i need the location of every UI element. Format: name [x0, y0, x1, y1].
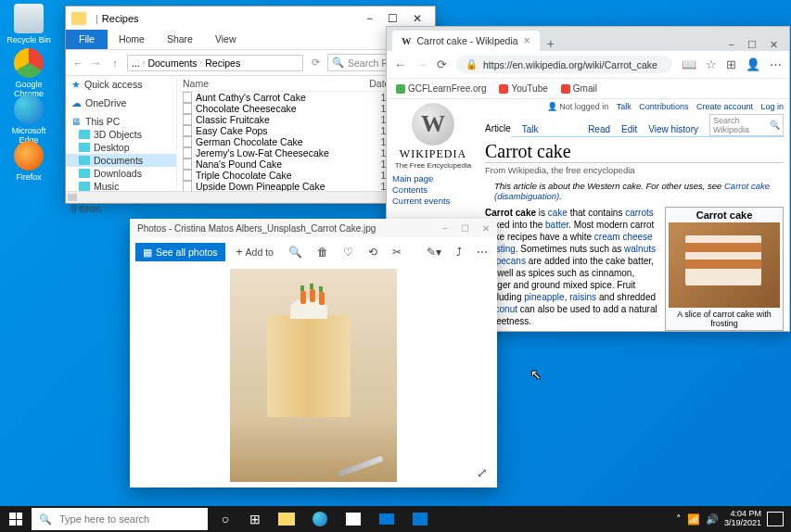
sidebar-item-desktop[interactable]: Desktop: [66, 141, 176, 154]
ribbon-tab-share[interactable]: Share: [156, 30, 204, 49]
read-aloud-icon[interactable]: 📖: [682, 57, 696, 71]
taskbar-app-edge[interactable]: [304, 506, 336, 532]
link[interactable]: walnuts: [624, 244, 656, 254]
user-talk[interactable]: Talk: [617, 102, 632, 111]
start-button[interactable]: [0, 506, 32, 532]
sidebar-item-3d[interactable]: 3D Objects: [66, 128, 176, 141]
link[interactable]: pineapple: [524, 292, 564, 302]
link[interactable]: cake: [548, 208, 568, 218]
back-button[interactable]: ←: [71, 57, 84, 69]
breadcrumb-recipes[interactable]: Recipes: [205, 57, 240, 69]
desktop-icon-edge[interactable]: Microsoft Edge: [6, 95, 52, 145]
sidebar-item-downloads[interactable]: Downloads: [66, 167, 176, 180]
minimize-button[interactable]: −: [366, 12, 373, 25]
sidebar-onedrive[interactable]: ☁OneDrive: [66, 96, 176, 109]
more-button[interactable]: ⋯: [473, 242, 491, 262]
taskbar-app-explorer[interactable]: [271, 506, 302, 532]
tab-talk[interactable]: Talk: [522, 122, 539, 136]
maximize-button[interactable]: ☐: [747, 39, 757, 51]
taskbar-app-mail[interactable]: [371, 506, 402, 532]
browser-tab[interactable]: W Carrot cake - Wikipedia ×: [392, 31, 540, 51]
breadcrumb[interactable]: ... › Documents › Recipes: [127, 55, 303, 71]
desktop-icon-recycle[interactable]: Recycle Bin: [6, 4, 52, 44]
taskbar-app-photos[interactable]: [404, 506, 436, 532]
infobox-image[interactable]: [669, 222, 780, 308]
fullscreen-button[interactable]: ⤢: [477, 465, 488, 480]
favorite-button[interactable]: ♡: [339, 242, 357, 262]
cortana-button[interactable]: ○: [211, 506, 239, 532]
taskbar-search-input[interactable]: 🔍 Type here to search: [32, 508, 208, 530]
forward-button[interactable]: →: [415, 57, 427, 71]
close-button[interactable]: ✕: [482, 223, 490, 234]
see-all-photos-button[interactable]: ▦See all photos: [135, 243, 225, 261]
close-button[interactable]: ✕: [413, 12, 422, 25]
share-button[interactable]: ⤴: [453, 242, 466, 262]
bookmark-gcf[interactable]: GCFLearnFree.org: [396, 83, 486, 94]
nav-contents[interactable]: Contents: [392, 184, 474, 195]
col-name[interactable]: Name: [183, 78, 369, 89]
link[interactable]: batter: [545, 220, 568, 230]
taskbar-app-store[interactable]: [338, 506, 369, 532]
back-button[interactable]: ←: [394, 57, 406, 71]
ribbon-tab-home[interactable]: Home: [108, 30, 156, 49]
rotate-button[interactable]: ⟲: [364, 242, 381, 262]
sidebar-item-documents[interactable]: Documents: [66, 154, 176, 167]
favorites-icon[interactable]: ☆: [706, 57, 717, 71]
breadcrumb-docs[interactable]: Documents: [147, 57, 197, 69]
new-tab-button[interactable]: +: [540, 36, 562, 51]
action-center-button[interactable]: [767, 512, 784, 526]
tray-volume-icon[interactable]: 🔊: [706, 513, 719, 526]
tab-article[interactable]: Article: [485, 121, 511, 137]
nav-main-page[interactable]: Main page: [392, 173, 474, 184]
profile-icon[interactable]: 👤: [746, 57, 760, 71]
nav-current-events[interactable]: Current events: [392, 196, 474, 206]
tab-read[interactable]: Read: [588, 122, 610, 136]
close-button[interactable]: ✕: [770, 39, 778, 51]
maximize-button[interactable]: ☐: [388, 12, 398, 25]
url-input[interactable]: 🔒 https://en.wikipedia.org/wiki/Carrot_c…: [456, 56, 672, 73]
sidebar-this-pc[interactable]: 🖥This PC: [66, 115, 176, 128]
tray-network-icon[interactable]: 📶: [687, 513, 700, 526]
collections-icon[interactable]: ⊞: [726, 57, 736, 71]
edit-button[interactable]: ✎▾: [423, 242, 445, 262]
wiki-search-input[interactable]: Search Wikipedia🔍: [709, 114, 784, 136]
user-contributions[interactable]: Contributions: [639, 102, 688, 111]
task-view-button[interactable]: ⊞: [241, 506, 269, 532]
add-to-button[interactable]: +Add to: [233, 242, 277, 262]
desktop-icon-firefox[interactable]: Firefox: [6, 141, 52, 182]
zoom-button[interactable]: 🔍: [285, 242, 306, 262]
crop-button[interactable]: ✂: [389, 242, 405, 262]
tab-history[interactable]: View history: [648, 122, 698, 136]
user-login[interactable]: Log in: [760, 102, 784, 111]
link[interactable]: pecans: [496, 256, 526, 266]
minimize-button[interactable]: −: [729, 39, 734, 51]
delete-button[interactable]: 🗑: [313, 242, 332, 262]
menu-icon[interactable]: ⋯: [770, 57, 782, 71]
ribbon-tab-view[interactable]: View: [204, 30, 248, 49]
desktop-icon-chrome[interactable]: Google Chrome: [6, 48, 52, 98]
up-button[interactable]: ↑: [108, 57, 121, 69]
horizontal-scrollbar[interactable]: [66, 191, 435, 202]
ribbon-file[interactable]: File: [66, 30, 108, 49]
maximize-button[interactable]: ☐: [461, 223, 469, 234]
photos-titlebar[interactable]: Photos - Cristina Matos Albers_Unsplash_…: [130, 219, 497, 237]
tab-edit[interactable]: Edit: [621, 122, 637, 136]
photo-viewport[interactable]: [230, 269, 397, 482]
refresh-button[interactable]: ⟳: [437, 57, 447, 71]
clock[interactable]: 4:04 PM 3/19/2021: [724, 510, 761, 528]
refresh-button[interactable]: ⟳: [309, 57, 322, 69]
wikipedia-logo[interactable]: WIKIPEDIA The Free Encyclopedia: [392, 103, 474, 170]
user-create-account[interactable]: Create account: [696, 102, 753, 111]
minimize-button[interactable]: −: [442, 223, 448, 234]
forward-button[interactable]: →: [90, 57, 103, 69]
bookmark-youtube[interactable]: YouTube: [499, 83, 547, 94]
tab-close-button[interactable]: ×: [524, 34, 530, 47]
bookmark-gmail[interactable]: Gmail: [561, 83, 597, 94]
search-icon[interactable]: 🔍: [770, 120, 780, 130]
breadcrumb-up[interactable]: ...: [132, 57, 140, 69]
sidebar-quick-access[interactable]: ★Quick access: [66, 78, 176, 91]
link[interactable]: raisins: [569, 292, 596, 302]
link[interactable]: carrots: [625, 208, 654, 218]
sidebar-item-music[interactable]: Music: [66, 180, 176, 191]
tray-chevron-up-icon[interactable]: ˄: [676, 513, 682, 526]
